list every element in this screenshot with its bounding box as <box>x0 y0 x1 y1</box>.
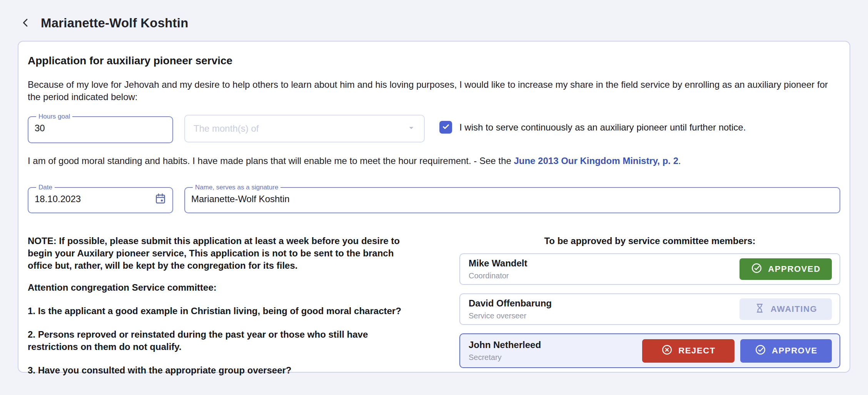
date-input[interactable] <box>34 191 154 206</box>
calendar-icon <box>154 192 167 206</box>
goal-row: Hours goal The month(s) of I wish to ser… <box>28 113 840 143</box>
page-header: Marianette-Wolf Koshtin <box>0 0 868 38</box>
x-circle-icon <box>661 344 678 358</box>
member-info: Mike Wandelt Coordinator <box>469 258 527 280</box>
signature-name-field: Name, serves as a signature <box>184 184 840 213</box>
signature-name-label: Name, serves as a signature <box>193 184 280 191</box>
moral-text-after: . <box>678 156 681 166</box>
hours-goal-label: Hours goal <box>36 113 72 120</box>
status-badge-label: APPROVED <box>768 264 820 274</box>
question-2: 2. Persons reproved or reinstated during… <box>28 328 409 353</box>
moral-statement: I am of good moral standing and habits. … <box>28 156 840 166</box>
check-circle-icon <box>754 344 772 358</box>
hours-goal-field: Hours goal <box>28 113 173 143</box>
question-3: 3. Have you consulted with the appropria… <box>28 364 409 377</box>
member-name: David Offenbarung <box>469 298 552 309</box>
hourglass-icon <box>754 303 771 316</box>
attention-text: Attention congregation Service committee… <box>28 281 409 294</box>
member-info: John Netherleed Secretary <box>469 340 541 362</box>
approve-button-label: APPROVE <box>772 346 818 356</box>
reject-button-label: REJECT <box>678 346 715 356</box>
months-select[interactable]: The month(s) of <box>184 115 425 142</box>
kingdom-ministry-link[interactable]: June 2013 Our Kingdom Ministry, p. 2 <box>514 156 678 166</box>
status-badge-label: AWAITING <box>771 304 818 314</box>
back-button[interactable] <box>18 15 33 31</box>
approve-button[interactable]: APPROVE <box>740 339 832 363</box>
member-card-john-netherleed: John Netherleed Secretary REJECT <box>459 333 840 368</box>
continuous-service-row: I wish to serve continuously as an auxil… <box>439 121 746 134</box>
member-card-mike-wandelt: Mike Wandelt Coordinator APPROVED <box>459 253 840 285</box>
form-title: Application for auxiliary pioneer servic… <box>28 55 840 67</box>
approvals-column: To be approved by service committee memb… <box>459 235 840 377</box>
chevron-left-icon <box>19 17 32 30</box>
signature-name-input[interactable] <box>190 191 834 206</box>
member-role: Service overseer <box>469 311 552 320</box>
date-field: Date <box>28 184 173 213</box>
reject-button[interactable]: REJECT <box>642 339 734 363</box>
check-circle-icon <box>751 262 768 276</box>
member-info: David Offenbarung Service overseer <box>469 298 552 320</box>
note-text: NOTE: If possible, please submit this ap… <box>28 235 409 272</box>
question-1: 1. Is the applicant a good example in Ch… <box>28 305 409 317</box>
hours-goal-input[interactable] <box>34 121 167 135</box>
check-icon <box>441 122 451 133</box>
caret-down-icon <box>406 123 416 134</box>
continuous-service-checkbox[interactable] <box>439 121 452 134</box>
signature-row: Date Name, serves a <box>28 184 840 213</box>
member-card-david-offenbarung: David Offenbarung Service overseer AWAIT… <box>459 293 840 325</box>
moral-text-before: I am of good moral standing and habits. … <box>28 156 514 166</box>
months-placeholder: The month(s) of <box>194 123 259 134</box>
approvals-heading: To be approved by service committee memb… <box>459 236 840 246</box>
lower-section: NOTE: If possible, please submit this ap… <box>28 235 840 377</box>
notes-column: NOTE: If possible, please submit this ap… <box>28 235 409 377</box>
intro-text: Because of my love for Jehovah and my de… <box>28 79 840 103</box>
member-name: John Netherleed <box>469 340 541 350</box>
continuous-service-label: I wish to serve continuously as an auxil… <box>459 122 746 133</box>
page-title: Marianette-Wolf Koshtin <box>41 16 189 30</box>
status-badge-awaiting: AWAITING <box>739 298 832 320</box>
member-role: Coordinator <box>469 271 527 280</box>
approval-actions: REJECT APPROVE <box>642 339 832 363</box>
date-label: Date <box>36 184 55 191</box>
member-role: Secretary <box>469 353 541 362</box>
member-name: Mike Wandelt <box>469 258 527 269</box>
application-card: Application for auxiliary pioneer servic… <box>18 41 850 373</box>
status-badge-approved: APPROVED <box>739 258 832 280</box>
calendar-button[interactable] <box>154 192 167 206</box>
